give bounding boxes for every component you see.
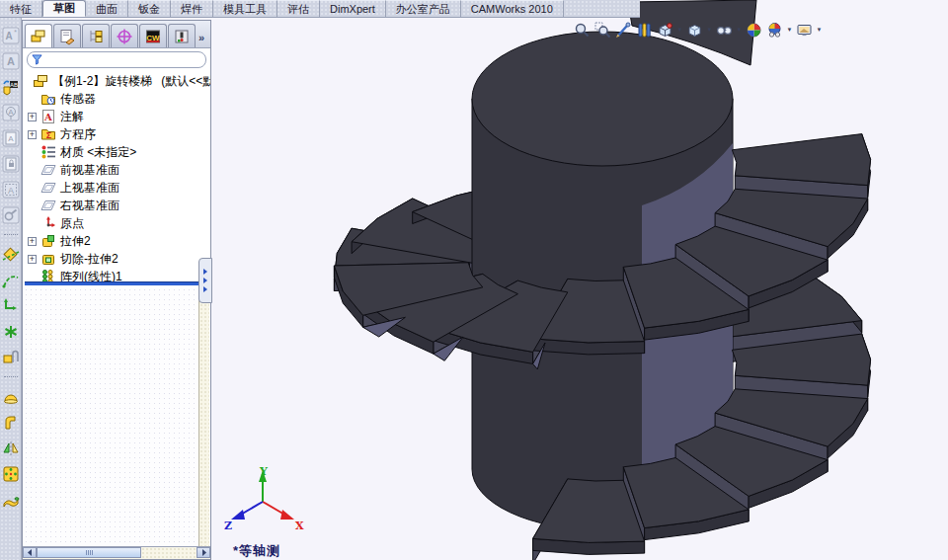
equations-icon: Σ xyxy=(40,126,56,142)
panel-tab-camworks-operation-tree[interactable] xyxy=(168,24,196,47)
rollback-bar[interactable] xyxy=(25,281,202,285)
green-spline-icon[interactable] xyxy=(2,272,20,289)
camera-display-dropdown-arrow[interactable]: ▼ xyxy=(816,21,823,40)
triad-y-label: Y xyxy=(259,465,268,478)
configuration-suffix: (默认<<默认 xyxy=(152,73,210,90)
display-style-dropdown-arrow[interactable]: ▼ xyxy=(706,21,713,40)
tree-item-9[interactable]: +拉伸2 xyxy=(23,232,210,250)
view-orientation-icon[interactable] xyxy=(656,21,674,40)
a-star-icon[interactable]: A* xyxy=(2,27,20,44)
move-arrows-icon[interactable] xyxy=(2,297,20,315)
origin-icon xyxy=(40,215,56,231)
command-tab-6[interactable]: 模具工具 xyxy=(213,0,277,17)
scroll-left-button[interactable] xyxy=(23,547,37,558)
tree-item-10[interactable]: +切除-拉伸2 xyxy=(23,250,210,268)
filter-funnel-icon xyxy=(32,54,42,65)
tree-item-1[interactable]: 传感器 xyxy=(23,90,210,108)
panel-tab-camworks-feature-tree[interactable]: CW xyxy=(139,24,167,47)
sweep-feature-icon[interactable] xyxy=(2,491,20,509)
plane-icon xyxy=(40,180,56,196)
doc-lock-icon[interactable] xyxy=(2,155,20,173)
a-note-icon[interactable]: A xyxy=(2,52,20,70)
view-settings-icon[interactable] xyxy=(765,21,784,40)
svg-text:AB: AB xyxy=(9,82,17,88)
toolbar-separator xyxy=(4,376,18,378)
display-style-icon[interactable] xyxy=(685,21,704,40)
command-tab-2[interactable]: 草图 xyxy=(42,0,86,17)
wrench-gear-icon[interactable] xyxy=(2,206,20,224)
boxed-a-icon[interactable]: A xyxy=(2,181,20,199)
tree-root-part[interactable]: 【例1-2】旋转楼梯(默认<<默认 xyxy=(23,72,210,90)
balloon-a-icon[interactable]: A xyxy=(2,104,20,121)
command-tab-8[interactable]: DimXpert xyxy=(320,0,386,17)
cut-extrude-icon xyxy=(40,251,56,267)
panel-tab-configurationmanager[interactable] xyxy=(82,24,110,47)
triad-z-label: Z xyxy=(224,520,232,532)
panel-tab-featuremanager-tree[interactable] xyxy=(25,24,52,47)
zoom-to-fit-icon[interactable] xyxy=(573,21,592,40)
apply-scene-icon[interactable] xyxy=(745,21,763,40)
tree-item-5[interactable]: 前视基准面 xyxy=(23,161,210,179)
tree-item-3[interactable]: +Σ方程序 xyxy=(23,125,210,143)
command-tab-7[interactable]: 评估 xyxy=(277,0,320,17)
mirror-feature-icon[interactable] xyxy=(2,440,20,457)
diamond-snap-icon[interactable] xyxy=(2,246,20,264)
command-tab-1[interactable]: 特征 xyxy=(0,0,42,17)
annotations-icon: A xyxy=(40,109,56,124)
headsup-view-toolbar: ▼▼▼▼▼ xyxy=(573,19,823,40)
hide-show-items-icon[interactable] xyxy=(715,21,734,40)
tree-item-label: 切除-拉伸2 xyxy=(60,251,118,268)
zoom-pen-icon[interactable] xyxy=(614,21,633,40)
tree-filter-input[interactable] xyxy=(45,54,201,65)
paperclip-attach-icon[interactable] xyxy=(2,349,20,366)
scroll-track[interactable] xyxy=(141,547,197,559)
zoom-to-area-icon[interactable] xyxy=(593,21,612,40)
panel-tab-overflow-chevron[interactable]: » xyxy=(198,32,208,47)
command-tab-5[interactable]: 焊件 xyxy=(171,0,213,17)
panel-tab-dimxpertmanager[interactable] xyxy=(111,24,138,47)
panel-tab-bar: CW» xyxy=(23,21,210,48)
view-orientation-label: *等轴测 xyxy=(233,542,280,560)
tree-item-2[interactable]: +A注解 xyxy=(23,108,210,125)
command-tab-3[interactable]: 曲面 xyxy=(86,0,128,17)
green-asterisk-icon[interactable] xyxy=(2,323,20,341)
expand-toggle[interactable]: + xyxy=(28,113,37,121)
hide-show-items-dropdown-arrow[interactable]: ▼ xyxy=(736,21,743,40)
camera-display-icon[interactable] xyxy=(795,21,814,40)
expand-toggle[interactable]: + xyxy=(28,237,37,246)
scroll-thumb[interactable] xyxy=(37,547,141,558)
tree-item-label: 注解 xyxy=(60,109,84,125)
bend-feature-icon[interactable] xyxy=(2,414,20,432)
view-settings-dropdown-arrow[interactable]: ▼ xyxy=(786,21,793,40)
command-tab-10[interactable]: CAMWorks 2010 xyxy=(461,0,564,17)
scroll-right-button[interactable] xyxy=(197,547,210,558)
panel-tab-propertymanager[interactable] xyxy=(53,24,81,47)
command-tab-9[interactable]: 办公室产品 xyxy=(386,0,461,17)
vertical-scroll-track[interactable] xyxy=(198,287,209,547)
toolbar-separator xyxy=(4,234,18,236)
part-icon xyxy=(33,73,48,89)
expand-toggle[interactable]: + xyxy=(28,255,37,264)
panel-empty-area xyxy=(24,287,209,547)
svg-text:A: A xyxy=(7,55,15,67)
tree-item-8[interactable]: 原点 xyxy=(23,214,210,232)
splitter-arrow-icon xyxy=(202,286,208,292)
tree-item-4[interactable]: 材质 <未指定> xyxy=(23,143,210,161)
section-view-icon[interactable] xyxy=(635,21,654,40)
panel-splitter-handle[interactable] xyxy=(198,258,212,303)
dome-feature-icon[interactable] xyxy=(2,388,20,406)
tree-filter-box[interactable] xyxy=(27,51,206,68)
doc-a-icon[interactable]: A xyxy=(2,129,20,147)
view-orientation-dropdown-arrow[interactable]: ▼ xyxy=(676,21,683,40)
commandmanager-tab-bar: 特征草图曲面钣金焊件模具工具评估DimXpert办公室产品CAMWorks 20… xyxy=(0,0,640,18)
tree-item-7[interactable]: 右视基准面 xyxy=(23,197,210,214)
command-tab-4[interactable]: 钣金 xyxy=(128,0,171,17)
circular-pattern-icon[interactable] xyxy=(2,465,20,483)
triad-x-label: X xyxy=(295,520,304,532)
svg-text:A: A xyxy=(8,134,14,143)
horizontal-scrollbar xyxy=(23,546,210,559)
spellcheck-ab-icon[interactable]: AB xyxy=(2,78,20,96)
tree-item-6[interactable]: 上视基准面 xyxy=(23,179,210,197)
expand-toggle[interactable]: + xyxy=(28,130,37,139)
tree-item-label: 方程序 xyxy=(60,126,96,143)
